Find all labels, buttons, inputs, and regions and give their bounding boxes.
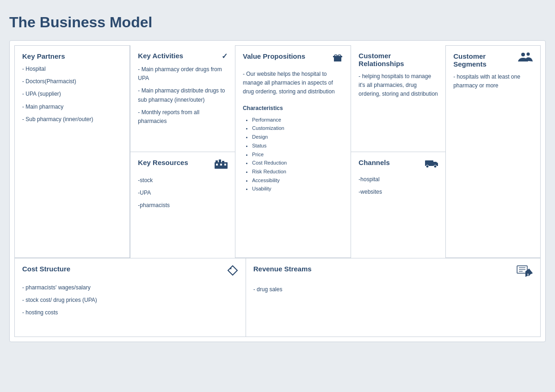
key-activities-resources-wrapper: Key Activities ✓ - Main pharmacy order d…: [130, 45, 235, 258]
revenue-streams-cell: Revenue Streams $ - drug sales: [246, 258, 541, 337]
customer-segments-content: - hospitals with at least one pharmacy o…: [453, 73, 533, 90]
svg-rect-5: [220, 164, 222, 165]
key-partners-cell: Key Partners - Hospital - Doctors(Pharma…: [14, 45, 130, 258]
customer-segments-cell: Customer Segments - hospitals with at le…: [446, 45, 541, 258]
business-model-canvas: Key Partners - Hospital - Doctors(Pharma…: [9, 40, 546, 342]
svg-point-14: [434, 165, 437, 168]
revenue-icon: $: [516, 265, 533, 281]
key-activities-cell: Key Activities ✓ - Main pharmacy order d…: [130, 45, 235, 152]
characteristics-list: Performance Customization Design Status …: [243, 116, 343, 193]
svg-rect-6: [224, 164, 226, 165]
bottom-section: Cost Structure - pharmacists' wages/sala…: [14, 258, 541, 337]
factory-icon: [215, 159, 228, 172]
svg-rect-1: [216, 160, 218, 163]
customer-relationships-title: Customer Relationships: [358, 52, 438, 67]
people-icon: [518, 52, 533, 65]
svg-rect-4: [216, 164, 218, 165]
value-propositions-content: - Our website helps the hospital to mana…: [243, 70, 343, 193]
checkmark-icon: ✓: [222, 52, 228, 61]
svg-rect-2: [219, 159, 221, 163]
customer-rel-channels-wrapper: Customer Relationships - helping hospita…: [351, 45, 446, 258]
revenue-streams-title: Revenue Streams $: [253, 265, 533, 281]
value-propositions-cell: Value Propositions - Our website helps t…: [235, 45, 351, 258]
channels-cell: Channels -hospital -websites: [351, 152, 445, 258]
cost-structure-cell: Cost Structure - pharmacists' wages/sala…: [14, 258, 246, 337]
gift-icon: [332, 52, 343, 65]
channels-content: -hospital -websites: [358, 175, 438, 196]
key-activities-content: - Main pharmacy order drugs from UPA - M…: [138, 65, 228, 126]
svg-rect-12: [425, 160, 433, 166]
tag-icon: [227, 265, 238, 279]
svg-point-13: [426, 165, 429, 168]
key-resources-title: Key Resources: [138, 159, 228, 172]
svg-rect-3: [222, 161, 224, 163]
channels-title: Channels: [358, 159, 438, 171]
svg-point-16: [527, 53, 530, 56]
top-section: Key Partners - Hospital - Doctors(Pharma…: [14, 45, 541, 258]
cost-structure-title: Cost Structure: [22, 265, 238, 279]
cost-structure-content: - pharmacists' wages/salary - stock cost…: [22, 283, 238, 318]
customer-relationships-cell: Customer Relationships - helping hospita…: [351, 45, 445, 152]
key-activities-title: Key Activities ✓: [138, 52, 228, 61]
revenue-streams-content: - drug sales: [253, 285, 533, 294]
value-propositions-title: Value Propositions: [243, 52, 343, 65]
page-title: The Business Model: [9, 14, 546, 31]
svg-point-15: [521, 53, 525, 56]
truck-icon: [425, 159, 438, 171]
customer-segments-title: Customer Segments: [453, 52, 533, 68]
characteristics-label: Characteristics: [243, 104, 343, 113]
svg-point-17: [230, 268, 231, 270]
key-partners-title: Key Partners: [22, 52, 122, 60]
customer-relationships-content: - helping hospitals to manage it's all p…: [358, 72, 438, 99]
key-partners-content: - Hospital - Doctors(Pharmacist) - UPA (…: [22, 65, 122, 124]
key-resources-content: -stock -UPA -pharmacists: [138, 176, 228, 210]
key-resources-cell: Key Resources -stoc: [130, 152, 235, 258]
